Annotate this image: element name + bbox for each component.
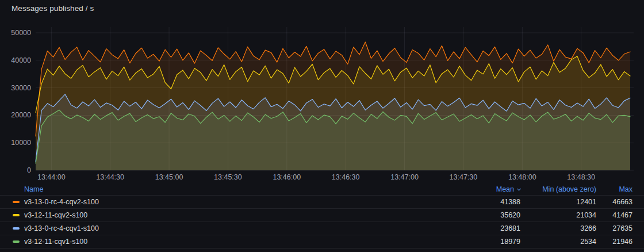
legend-value-min-above-zero: 21034 bbox=[520, 211, 596, 219]
x-axis-label: 13:46:30 bbox=[332, 173, 360, 181]
legend-value-mean: 35620 bbox=[463, 211, 520, 219]
series-name-label: v3-12-11-cqv1-s100 bbox=[24, 238, 87, 246]
legend-value-max: 27635 bbox=[596, 224, 632, 232]
x-axis-label: 13:44:00 bbox=[37, 173, 66, 181]
legend-rows: v3-13-0-rc-4-cqv2-s100413881240146663v3-… bbox=[0, 195, 644, 249]
y-axis-label: 20000 bbox=[11, 111, 31, 119]
legend-value-max: 46663 bbox=[596, 198, 632, 206]
series-name-label: v3-13-0-rc-4-cqv1-s100 bbox=[24, 224, 99, 232]
y-axis-label: 30000 bbox=[11, 84, 31, 92]
series-color-swatch[interactable] bbox=[13, 201, 20, 203]
legend-col-max[interactable]: Max bbox=[596, 185, 632, 193]
x-axis-label: 13:45:00 bbox=[155, 173, 183, 181]
legend-row: v3-12-11-cqv2-s100356202103441467 bbox=[0, 208, 644, 222]
legend-value-min-above-zero: 2534 bbox=[520, 238, 596, 246]
legend-series-name[interactable]: v3-13-0-rc-4-cqv2-s100 bbox=[13, 198, 463, 206]
x-axis-label: 13:47:00 bbox=[390, 173, 419, 181]
series-name-label: v3-12-11-cqv2-s100 bbox=[24, 211, 87, 219]
legend-series-name[interactable]: v3-12-11-cqv1-s100 bbox=[13, 238, 463, 246]
legend-value-mean: 23681 bbox=[463, 224, 520, 232]
legend-value-max: 41467 bbox=[596, 211, 632, 219]
legend-value-min-above-zero: 3266 bbox=[520, 224, 596, 232]
x-axis-label: 13:44:30 bbox=[96, 173, 124, 181]
legend-series-name[interactable]: v3-13-0-rc-4-cqv1-s100 bbox=[13, 224, 463, 232]
legend-value-max: 21946 bbox=[596, 238, 632, 246]
legend-header-row: Name Mean Min (above zero) Max bbox=[0, 184, 644, 195]
series-color-swatch[interactable] bbox=[13, 214, 20, 216]
legend-col-mean[interactable]: Mean bbox=[463, 185, 520, 193]
x-axis-label: 13:48:00 bbox=[508, 173, 536, 181]
legend-row: v3-13-0-rc-4-cqv2-s100413881240146663 bbox=[0, 195, 644, 208]
y-axis-label: 0 bbox=[27, 166, 31, 174]
legend-col-name[interactable]: Name bbox=[13, 185, 463, 193]
series-color-swatch[interactable] bbox=[13, 227, 20, 230]
time-series-chart[interactable]: 0100002000030000400005000013:44:0013:44:… bbox=[0, 0, 644, 183]
legend-value-min-above-zero: 12401 bbox=[520, 198, 596, 206]
legend-row: v3-13-0-rc-4-cqv1-s10023681326627635 bbox=[0, 222, 644, 235]
x-axis-label: 13:48:30 bbox=[567, 173, 595, 181]
series-color-swatch[interactable] bbox=[13, 240, 20, 243]
x-axis-label: 13:45:30 bbox=[214, 173, 242, 181]
y-axis-label: 40000 bbox=[11, 56, 31, 64]
legend-value-mean: 41388 bbox=[463, 198, 520, 206]
legend-col-min-above-zero[interactable]: Min (above zero) bbox=[520, 185, 596, 193]
legend-value-mean: 18979 bbox=[463, 238, 520, 246]
legend-series-name[interactable]: v3-12-11-cqv2-s100 bbox=[13, 211, 463, 219]
legend-table: Name Mean Min (above zero) Max v3-13-0-r… bbox=[0, 184, 644, 249]
series-name-label: v3-13-0-rc-4-cqv2-s100 bbox=[24, 198, 99, 206]
x-axis-label: 13:46:00 bbox=[273, 173, 301, 181]
y-axis-label: 10000 bbox=[11, 139, 31, 147]
legend-col-mean-label: Mean bbox=[496, 185, 514, 193]
y-axis-label: 50000 bbox=[11, 29, 31, 37]
legend-row: v3-12-11-cqv1-s10018979253421946 bbox=[0, 235, 644, 248]
x-axis-label: 13:47:30 bbox=[450, 173, 478, 181]
